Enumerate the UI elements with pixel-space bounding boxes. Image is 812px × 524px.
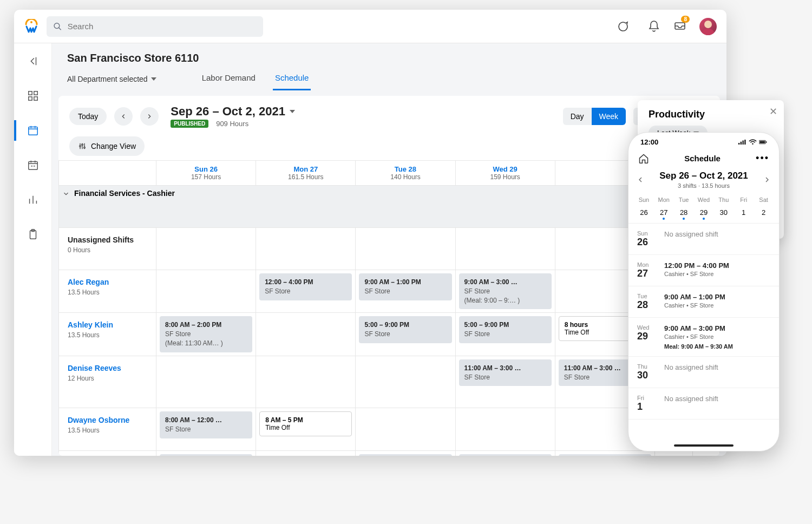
phone-date[interactable]: 27 (654, 206, 674, 219)
svg-line-2 (58, 28, 61, 30)
search-box[interactable] (47, 16, 263, 37)
search-icon (53, 22, 62, 31)
shift-block[interactable]: 9:00 AM – 1:00 PMSF Store (359, 273, 451, 300)
phone-shift-item[interactable]: Sun26No assigned shift (628, 224, 779, 255)
store-title: San Francisco Store 6110 (67, 52, 711, 64)
shift-block[interactable]: 5:00 – 9:00 PMSF Store (459, 316, 552, 343)
empty-cell[interactable] (356, 408, 455, 450)
chat-icon[interactable] (616, 20, 629, 33)
view-tabs: Labor Demand Schedule (200, 68, 311, 90)
page-header: San Francisco Store 6110 All Department … (52, 43, 726, 90)
seg-week[interactable]: Week (592, 108, 626, 125)
next-icon[interactable] (763, 175, 771, 184)
search-input[interactable] (68, 22, 257, 31)
shift-block[interactable]: 5:00 – 9:00 PMSF Store (359, 316, 451, 343)
tab-schedule[interactable]: Schedule (273, 68, 311, 90)
empty-cell[interactable] (256, 356, 356, 408)
phone-weekday: Wed (694, 196, 714, 203)
phone-shift-item[interactable]: Wed299:00 AM – 3:00 PMCashier • SF Store… (628, 318, 779, 357)
battery-icon (759, 139, 767, 145)
prev-week-button[interactable] (114, 107, 133, 126)
shift-block[interactable]: 5:00 – 10:00 PMSF Store(Meal: 8:30 – 9:…… (359, 454, 451, 456)
shift-block[interactable]: 9:00 AM – 3:00 …SF Store(Meal: 9:00 – 9:… (459, 273, 552, 309)
group-header[interactable]: Financial Services - Cashier (59, 186, 720, 228)
worker-cell: Alec Regan13.5 Hours (59, 270, 156, 313)
svg-point-0 (30, 21, 32, 23)
shift-block[interactable]: 11:00 AM – 3:00 …SF Store (459, 359, 552, 387)
phone-date[interactable]: 28 (674, 206, 694, 219)
day-header-wed[interactable]: Wed 29159 Hours (455, 161, 555, 186)
phone-shift-item[interactable]: Fri1No assigned shift (628, 388, 779, 420)
seg-day[interactable]: Day (563, 108, 592, 125)
svg-rect-15 (738, 143, 739, 145)
avatar[interactable] (699, 18, 717, 35)
worker-name-link[interactable]: Alec Regan (68, 278, 147, 286)
day-header-tue[interactable]: Tue 28140 Hours (356, 161, 455, 186)
bell-icon[interactable] (647, 20, 660, 33)
phone-date[interactable]: 2 (754, 206, 774, 219)
today-button[interactable]: Today (69, 108, 107, 125)
phone-date[interactable]: 26 (634, 206, 654, 219)
svg-point-1 (54, 23, 60, 28)
inbox-icon-wrapper[interactable]: 8 (673, 19, 686, 34)
empty-cell[interactable] (655, 451, 693, 456)
phone-statusbar: 12:00 (628, 133, 779, 148)
phone-shift-item[interactable]: Mon2712:00 PM – 4:00 PMCashier • SF Stor… (628, 255, 779, 286)
nav-schedule[interactable] (14, 120, 51, 141)
worker-name-link[interactable]: Ashley Klein (68, 320, 147, 329)
worker-cell: Ashley Klein13.5 Hours (59, 313, 156, 356)
svg-point-19 (752, 143, 754, 145)
department-filter[interactable]: All Department selected (67, 75, 156, 83)
nav-collapse[interactable] (14, 51, 51, 71)
phone-shift-list: Sun26No assigned shiftMon2712:00 PM – 4:… (628, 223, 779, 420)
nav-analytics[interactable] (14, 189, 51, 210)
phone-dates: 262728293012 (628, 205, 779, 223)
shift-block[interactable]: 6:00 – 10:00 PMSF Store (459, 454, 552, 456)
productivity-title: Productivity (649, 109, 773, 120)
shift-block[interactable]: 12:00 – 4:00 PMSF Store (259, 273, 352, 300)
empty-cell[interactable] (455, 408, 555, 450)
day-header-mon[interactable]: Mon 27161.5 Hours (256, 161, 356, 186)
svg-rect-5 (34, 91, 37, 95)
change-view-button[interactable]: Change View (69, 136, 145, 156)
shift-block[interactable]: 1:00 – 8:00 PMSF Store(Meal: 4:30 – 5:… … (160, 454, 252, 456)
home-icon[interactable] (638, 153, 649, 164)
nav-clipboard[interactable] (14, 224, 51, 245)
date-range[interactable]: Sep 26 – Oct 2, 2021 (171, 104, 295, 119)
empty-cell[interactable] (256, 451, 356, 456)
timeoff-block[interactable]: 8 AM – 5 PMTime Off (259, 411, 352, 436)
next-week-button[interactable] (140, 107, 159, 126)
empty-cell[interactable] (256, 313, 356, 356)
day-header-sun[interactable]: Sun 26157 Hours (156, 161, 256, 186)
shift-block[interactable]: 5:00 – 9:00 PMSF Store (559, 454, 651, 456)
prev-icon[interactable] (636, 175, 645, 184)
phone-shift-item[interactable]: Thu30No assigned shift (628, 357, 779, 388)
worker-cell: Denise Reeves12 Hours (59, 356, 156, 408)
shift-block[interactable]: 8:00 AM – 12:00 …SF Store (160, 411, 252, 438)
empty-cell[interactable] (156, 270, 256, 313)
svg-point-13 (82, 144, 83, 146)
phone-date[interactable]: 29 (694, 206, 714, 219)
empty-cell[interactable] (156, 356, 256, 408)
phone-date[interactable]: 30 (713, 206, 734, 219)
close-icon[interactable]: ✕ (769, 106, 777, 117)
published-badge: PUBLISHED (171, 120, 208, 128)
phone-shift-item[interactable]: Tue289:00 AM – 1:00 PMCashier • SF Store (628, 286, 779, 318)
worker-name-link[interactable]: Dwayne Osborne (68, 416, 147, 424)
workday-logo[interactable] (24, 19, 39, 34)
nav-calendar-alt[interactable] (14, 155, 51, 175)
phone-title: Schedule (684, 154, 721, 163)
phone-date[interactable]: 1 (734, 206, 754, 219)
nav-apps[interactable] (14, 86, 51, 106)
worker-name-link[interactable]: Denise Reeves (68, 364, 147, 372)
more-icon[interactable]: ••• (756, 153, 769, 164)
main-area: San Francisco Store 6110 All Department … (52, 43, 726, 456)
shift-block[interactable]: 8:00 AM – 2:00 PMSF Store(Meal: 11:30 AM… (160, 316, 252, 352)
phone-weekday: Thu (713, 196, 734, 203)
empty-cell[interactable] (356, 356, 455, 408)
phone-range-sub: 3 shifts · 13.5 hours (645, 182, 763, 189)
empty-cell[interactable] (693, 451, 720, 456)
mobile-preview: 12:00 Schedule ••• Sep 26 – Oct 2, 2021 … (628, 132, 780, 451)
svg-rect-21 (759, 141, 765, 143)
tab-labor-demand[interactable]: Labor Demand (200, 68, 258, 90)
